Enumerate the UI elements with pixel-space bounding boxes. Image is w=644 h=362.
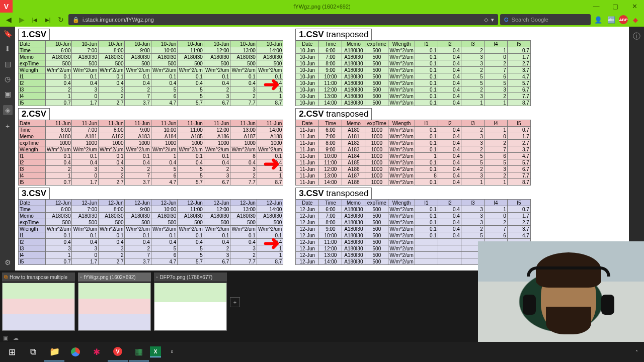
- tab-favicon: ▫: [156, 275, 158, 280]
- downloads-panel-icon[interactable]: ⬇: [5, 45, 11, 53]
- explorer-button[interactable]: 📁: [44, 342, 64, 361]
- task-view-button[interactable]: ⧉: [23, 342, 43, 361]
- search-bar[interactable]: G Search Google: [500, 14, 591, 25]
- tab-favicon: ▫: [80, 275, 82, 280]
- side-panel: 🔖 ⬇ ▤ ◷ ▣ ◈ + ⚙: [0, 27, 15, 270]
- tab-thumb: [154, 283, 227, 331]
- tab-0[interactable]: ⧉How to transpose multiple: [2, 273, 75, 332]
- system-tray[interactable]: ˄: [635, 349, 642, 355]
- csv-pair-2: 2.CSVDate11-Jun11-Jun11-Jun11-Jun11-Jun1…: [18, 108, 626, 186]
- vivaldi-button[interactable]: V: [108, 342, 128, 361]
- tab-2[interactable]: ▫DFP7o.png (1786×677): [154, 273, 227, 332]
- lock-icon: 🔒: [72, 17, 79, 23]
- vivaldi-logo: V: [0, 0, 13, 13]
- csv-transposed-title: 1.CSV transposed: [295, 29, 372, 41]
- csv-transposed-title: 2.CSV transposed: [295, 108, 372, 120]
- search-placeholder: Search Google: [512, 17, 548, 23]
- settings-icon[interactable]: ⚙: [5, 258, 11, 266]
- window-title: fYWgz.png (1602×692): [293, 4, 350, 10]
- window-titlebar: V fYWgz.png (1602×692) — ▢ ✕: [0, 0, 644, 13]
- minimize-button[interactable]: —: [587, 0, 606, 13]
- page-content[interactable]: 1.CSVDate10-Jun10-Jun10-Jun10-Jun10-Jun1…: [15, 27, 629, 270]
- google-icon: G: [504, 17, 509, 23]
- slack-button[interactable]: ✱: [87, 342, 107, 361]
- webpanel-icon[interactable]: ◈: [3, 105, 13, 115]
- back-button[interactable]: ◀: [3, 14, 14, 25]
- translate-icon[interactable]: 🔤: [606, 14, 617, 25]
- notes-panel-icon[interactable]: ▤: [5, 60, 11, 68]
- sync-icon[interactable]: ▣: [3, 335, 8, 341]
- cloud-icon[interactable]: ☁: [13, 335, 19, 341]
- chrome-button[interactable]: [65, 342, 86, 361]
- tab-thumb: [2, 283, 75, 331]
- info-icon[interactable]: ⓘ: [633, 32, 640, 41]
- profile-icon[interactable]: 👤: [593, 14, 604, 25]
- extension-icon[interactable]: ◆: [630, 14, 641, 25]
- addr-dropdown-icon[interactable]: ▾: [491, 17, 494, 23]
- reload-button[interactable]: ↻: [55, 14, 66, 25]
- csv-title: 1.CSV: [18, 29, 50, 41]
- browser-toolbar: ◀ ▶ |◀ ▶| ↻ 🔒 i.stack.imgur.com/fYWgz.pn…: [0, 13, 644, 27]
- add-panel-icon[interactable]: +: [6, 122, 10, 130]
- csv-title: 2.CSV: [18, 108, 50, 120]
- tab-favicon: ⧉: [4, 274, 8, 280]
- address-url: i.stack.imgur.com/fYWgz.png: [83, 17, 154, 23]
- start-button[interactable]: ⊞: [2, 342, 22, 361]
- address-bar[interactable]: 🔒 i.stack.imgur.com/fYWgz.png ◇ ▾: [68, 14, 498, 25]
- csv-transposed-title: 3.CSV transposed: [295, 188, 372, 200]
- tab-1[interactable]: ▫fYWgz.png (1602×692): [78, 273, 151, 332]
- window-panel-icon[interactable]: ▣: [5, 90, 11, 98]
- webcam-feed: [478, 241, 644, 342]
- maximize-button[interactable]: ▢: [606, 0, 625, 13]
- right-gutter: ⓘ: [629, 27, 644, 270]
- csv-title: 3.CSV: [18, 188, 50, 200]
- close-button[interactable]: ✕: [625, 0, 644, 13]
- tab-thumb: [78, 283, 151, 331]
- windows-taskbar: ⊞ ⧉ 📁 ✱ V ▦ X ▫ ˄: [0, 342, 644, 362]
- editor-button[interactable]: ▦: [129, 342, 149, 361]
- bookmark-icon[interactable]: ◇: [484, 17, 488, 23]
- rewind-button[interactable]: |◀: [29, 14, 40, 25]
- csv-pair-1: 1.CSVDate10-Jun10-Jun10-Jun10-Jun10-Jun1…: [18, 29, 626, 106]
- bookmarks-panel-icon[interactable]: 🔖: [4, 30, 12, 38]
- excel-button[interactable]: X: [150, 346, 161, 357]
- tray-chevron-icon[interactable]: ˄: [635, 349, 638, 355]
- history-panel-icon[interactable]: ◷: [5, 75, 11, 83]
- forward-button[interactable]: ▶: [16, 14, 27, 25]
- new-tab-button[interactable]: +: [230, 297, 240, 307]
- app-button[interactable]: ▫: [162, 342, 182, 361]
- adblock-icon[interactable]: ABP: [619, 15, 628, 24]
- fast-forward-button[interactable]: ▶|: [42, 14, 53, 25]
